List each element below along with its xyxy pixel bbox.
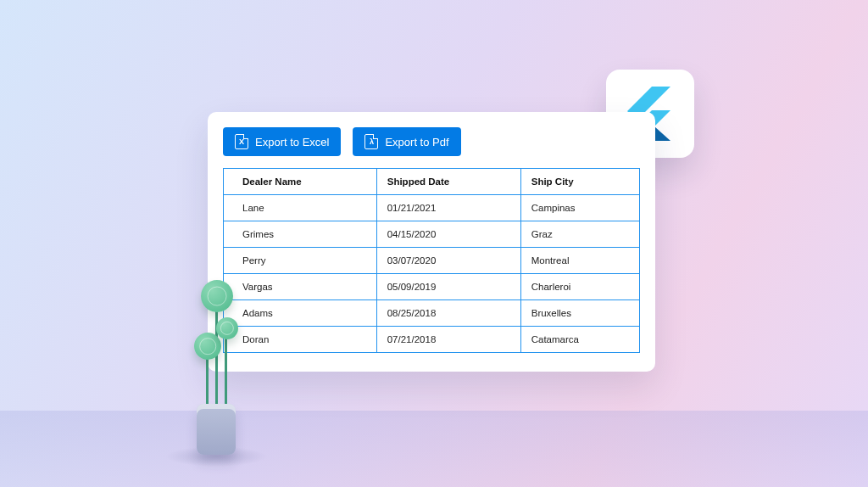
table-row[interactable]: Adams08/25/2018Bruxelles	[224, 300, 640, 327]
table-row[interactable]: Lane01/21/2021Campinas	[224, 195, 640, 221]
datagrid-card: X Export to Excel λ Export to Pdf Dealer…	[208, 112, 655, 372]
col-header-dealer[interactable]: Dealer Name	[224, 169, 377, 195]
plant-shadow	[165, 446, 267, 467]
table-row[interactable]: Perry03/07/2020Montreal	[224, 248, 640, 274]
background: X Export to Excel λ Export to Pdf Dealer…	[0, 0, 868, 487]
cell-dealer: Grimes	[224, 221, 377, 248]
col-header-shipped[interactable]: Shipped Date	[376, 169, 520, 195]
excel-file-icon: X	[235, 134, 248, 149]
cell-date: 05/09/2019	[376, 274, 520, 300]
cell-dealer: Adams	[224, 300, 377, 327]
data-grid: Dealer Name Shipped Date Ship City Lane0…	[223, 168, 640, 353]
toolbar: X Export to Excel λ Export to Pdf	[223, 127, 640, 156]
cell-date: 08/25/2018	[376, 300, 520, 327]
table-row[interactable]: Doran07/21/2018Catamarca	[224, 327, 640, 353]
cell-city: Bruxelles	[520, 300, 639, 327]
grid-body: Lane01/21/2021CampinasGrimes04/15/2020Gr…	[224, 195, 640, 353]
export-pdf-label: Export to Pdf	[385, 136, 448, 148]
cell-dealer: Lane	[224, 195, 377, 221]
cell-city: Catamarca	[520, 327, 639, 353]
cell-city: Graz	[520, 221, 639, 248]
export-excel-button[interactable]: X Export to Excel	[223, 127, 341, 156]
cell-date: 03/07/2020	[376, 248, 520, 274]
cell-date: 07/21/2018	[376, 327, 520, 353]
floor-gradient	[0, 411, 868, 487]
cell-city: Charleroi	[520, 274, 639, 300]
cell-dealer: Doran	[224, 327, 377, 353]
cell-date: 04/15/2020	[376, 221, 520, 248]
table-row[interactable]: Grimes04/15/2020Graz	[224, 221, 640, 248]
export-pdf-button[interactable]: λ Export to Pdf	[353, 127, 460, 156]
pdf-file-icon: λ	[364, 134, 378, 149]
cell-dealer: Vargas	[224, 274, 377, 300]
cell-city: Campinas	[520, 195, 639, 221]
cell-city: Montreal	[520, 248, 639, 274]
table-row[interactable]: Vargas05/09/2019Charleroi	[224, 274, 640, 300]
cell-dealer: Perry	[224, 248, 377, 274]
header-row: Dealer Name Shipped Date Ship City	[224, 169, 640, 195]
cell-date: 01/21/2021	[376, 195, 520, 221]
col-header-city[interactable]: Ship City	[520, 169, 639, 195]
export-excel-label: Export to Excel	[255, 136, 329, 148]
